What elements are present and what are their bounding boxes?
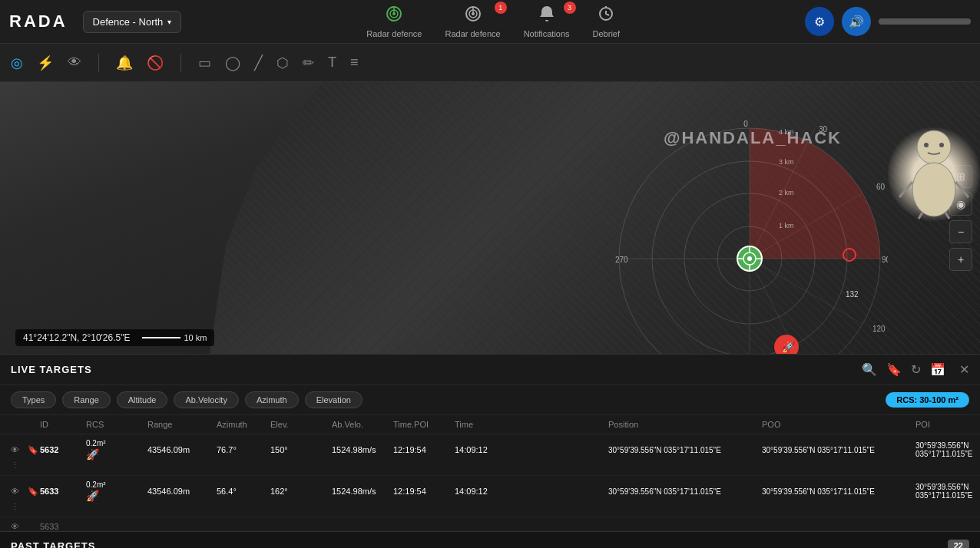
svg-line-13	[945, 213, 949, 219]
svg-text:60: 60	[876, 183, 886, 191]
svg-text:1 km: 1 km	[779, 222, 794, 229]
row-poi: 30°59'39.556"N 035°17'11.015"E	[915, 441, 939, 458]
target-tool[interactable]: ◎	[11, 54, 23, 71]
radar2-label: Radar defence	[445, 29, 500, 38]
search-icon[interactable]: 🔍	[862, 362, 877, 377]
close-button[interactable]: ✕	[959, 362, 969, 377]
col-poi: POI	[915, 420, 939, 429]
row-rocket-col: 0.2m² 🚀	[86, 439, 147, 461]
svg-text:90: 90	[882, 256, 888, 264]
row-rcs-val: 0.2m²	[86, 480, 147, 489]
polygon-tool[interactable]: ⬡	[276, 54, 289, 71]
coordinates-text: 41°24'12.2"N, 2°10'26.5"E	[23, 332, 130, 343]
workspace-selector[interactable]: Defence - North ▾	[83, 11, 182, 33]
table-row[interactable]: 👁 🔖 5633 0.2m² 🚀 43546.09m 56.4° 162° 15…	[0, 476, 980, 517]
notifications-badge: 3	[564, 2, 576, 14]
table-row[interactable]: 👁 🔖 5632 0.2m² 🚀 43546.09m 76.7° 150° 15…	[0, 434, 980, 476]
text-tool[interactable]: T	[328, 54, 336, 71]
radar2-badge: 1	[495, 2, 507, 14]
row-position: 30°59'39.556"N 035°17'11.015"E	[608, 446, 762, 454]
row-poi: 30°59'39.556"N 035°17'11.015"E	[915, 483, 939, 500]
top-navigation: RADA Defence - North ▾ Radar defence 1 R…	[0, 0, 980, 44]
svg-text:132: 132	[846, 290, 859, 299]
workspace-label: Defence - North	[93, 16, 164, 28]
svg-point-14	[924, 143, 929, 147]
radar-display: 0 30 60 90 120 150 180 270 1 km 2 km 3 k…	[611, 120, 888, 354]
svg-point-15	[939, 143, 944, 147]
row-range: 43546.09m	[147, 445, 217, 454]
more-options-button[interactable]: ⋮	[11, 461, 28, 470]
nav-radar2[interactable]: 1 Radar defence	[445, 5, 500, 38]
row-poo: 30°59'39.556"N 035°17'11.015"E	[762, 446, 915, 454]
rocket-icon: 🚀	[86, 490, 147, 502]
col-position: Position	[608, 420, 762, 429]
svg-point-9	[912, 163, 955, 216]
watermark: @HANDALA_HACK	[664, 128, 842, 148]
toolbar-separator2	[180, 54, 181, 72]
settings-button[interactable]: ⚙	[805, 7, 834, 36]
svg-text:2 km: 2 km	[779, 189, 794, 196]
filter-elevation[interactable]: Elevation	[305, 391, 363, 408]
filter-altitude[interactable]: Altitude	[117, 391, 168, 408]
nav-notifications[interactable]: 3 Notifications	[524, 5, 570, 38]
scale-line	[142, 337, 180, 338]
filter-range[interactable]: Range	[62, 391, 110, 408]
rect-tool[interactable]: ▭	[198, 54, 211, 71]
table-header: ID RCS Range Azimuth Elev. Ab.Velo. Time…	[0, 415, 980, 434]
bookmark-icon[interactable]: 🔖	[886, 362, 902, 377]
targets-action-buttons: 🔍 🔖 ↻ 📅 ✕	[862, 362, 969, 377]
row-azimuth: 76.7°	[217, 445, 270, 454]
refresh-icon[interactable]: ↻	[911, 362, 921, 377]
app-logo: RADA	[9, 12, 68, 31]
col-time-poi: Time.POI	[393, 420, 455, 429]
volume-button[interactable]: 🔊	[842, 7, 871, 36]
pencil-tool[interactable]: ✏	[303, 54, 314, 71]
col-id: ID	[40, 420, 86, 429]
rcs-filter-badge[interactable]: RCS: 30-100 m²	[886, 392, 969, 408]
zoom-in-button[interactable]: +	[949, 248, 972, 271]
logo-text: RADA	[9, 12, 68, 31]
calendar-icon[interactable]: 📅	[930, 362, 945, 377]
table-row-partial: 👁 5633	[0, 517, 980, 531]
no-alert-tool[interactable]: 🚫	[147, 54, 164, 71]
past-targets-count: 22	[948, 540, 969, 548]
row-eye-partial: 👁	[11, 522, 28, 531]
svg-text:0: 0	[743, 120, 748, 128]
alert-tool[interactable]: 🔔	[116, 54, 133, 71]
col-ab-velo: Ab.Velo.	[332, 420, 393, 429]
svg-line-12	[919, 213, 922, 219]
col-range: Range	[147, 420, 217, 429]
targets-header: LIVE TARGETS 🔍 🔖 ↻ 📅 ✕	[0, 355, 980, 385]
filter-types[interactable]: Types	[11, 391, 56, 408]
circle-tool[interactable]: ◯	[225, 54, 240, 71]
handala-character	[888, 124, 980, 224]
col-elev: Elev.	[270, 420, 332, 429]
row-eye-icon: 👁	[11, 445, 28, 454]
user-avatar-bar	[879, 18, 971, 25]
zoom-out-button[interactable]: −	[949, 220, 972, 243]
col-icon	[28, 420, 40, 429]
row-id-partial: 5633	[40, 522, 86, 531]
nav-debrief[interactable]: Debrief	[593, 5, 620, 38]
row-eye-icon: 👁	[11, 487, 28, 496]
line-tool[interactable]: ╱	[254, 54, 263, 71]
live-targets-title: LIVE TARGETS	[11, 364, 862, 375]
svg-text:270: 270	[615, 256, 628, 264]
measure-tool[interactable]: ≡	[350, 54, 359, 71]
map-view[interactable]: @HANDALA_HACK	[0, 82, 980, 354]
filter-azimuth[interactable]: Azimuth	[245, 391, 299, 408]
row-id: 5632	[40, 445, 86, 454]
col-eye	[11, 420, 28, 429]
filter-tool[interactable]: ⚡	[37, 54, 54, 71]
svg-point-41	[747, 256, 752, 261]
more-options-button[interactable]: ⋮	[11, 502, 28, 512]
filter-ab-velocity[interactable]: Ab.Velocity	[174, 391, 238, 408]
notifications-label: Notifications	[524, 29, 570, 38]
live-targets-panel: LIVE TARGETS 🔍 🔖 ↻ 📅 ✕ Types Range Altit…	[0, 354, 980, 531]
svg-line-10	[899, 182, 912, 197]
eye-tool[interactable]: 👁	[68, 54, 81, 71]
row-azimuth: 56.4°	[217, 487, 270, 496]
nav-radar1[interactable]: Radar defence	[366, 5, 422, 38]
coordinates-bar: 41°24'12.2"N, 2°10'26.5"E 10 km	[15, 329, 214, 346]
svg-text:3 km: 3 km	[779, 158, 794, 166]
